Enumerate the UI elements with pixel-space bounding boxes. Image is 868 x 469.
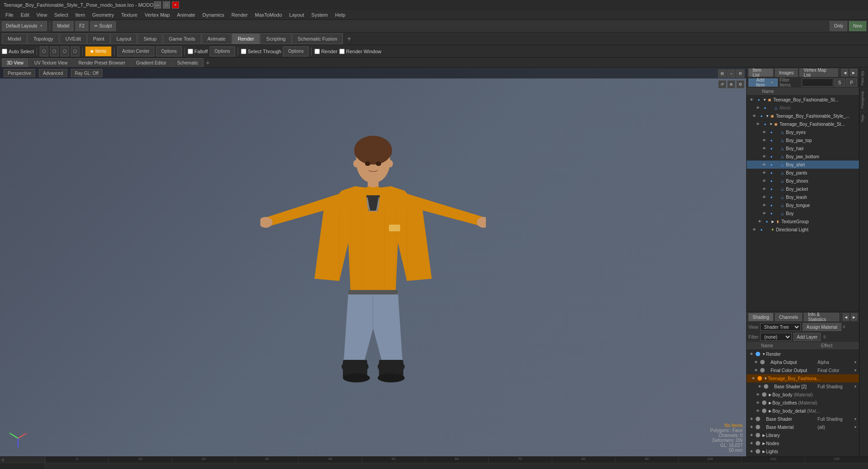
shader-row-13[interactable]: 👁 ▶ Lights xyxy=(747,447,859,455)
menu-render[interactable]: Render xyxy=(228,11,251,18)
subtab-3dview[interactable]: 3D View xyxy=(2,58,28,67)
tab-topology[interactable]: Topology xyxy=(28,33,59,44)
model-btn[interactable]: Model xyxy=(53,21,73,31)
filter-p-btn[interactable]: P xyxy=(846,78,857,87)
options1-btn[interactable]: Options xyxy=(156,46,181,56)
shader-eye-6[interactable]: 👁 xyxy=(755,391,761,398)
tree-row-14[interactable]: 👁 ● △ Boy_tongue xyxy=(747,201,859,209)
tab-model[interactable]: Model xyxy=(2,33,27,44)
viewport-icon-maximize[interactable]: ⊞ xyxy=(718,69,726,78)
shader-eye-3[interactable]: 👁 xyxy=(753,367,759,373)
menu-dynamics[interactable]: Dynamics xyxy=(199,11,228,18)
tree-row-17[interactable]: 👁 ● ☀ Directional Light xyxy=(747,225,859,234)
raygl-btn[interactable]: Ray GL: Off xyxy=(71,69,103,77)
menu-select[interactable]: Select xyxy=(51,11,72,18)
tree-row-5[interactable]: 👁 ● △ Boy_eyes xyxy=(747,128,859,136)
shader-eye-7[interactable]: 👁 xyxy=(755,400,761,406)
tree-row-13[interactable]: 👁 ● △ Boy_leash xyxy=(747,193,859,201)
panel-icon2[interactable]: ▶ xyxy=(850,69,857,76)
f2-btn[interactable]: F2 xyxy=(75,21,89,31)
menu-animate[interactable]: Animate xyxy=(173,11,199,18)
vis-btn-4[interactable]: ● xyxy=(762,121,768,127)
menu-texture[interactable]: Texture xyxy=(118,11,141,18)
assign-material-btn[interactable]: Assign Material xyxy=(803,323,841,331)
eye-btn-10[interactable]: 👁 xyxy=(761,170,767,176)
eye-btn-17[interactable]: 👁 xyxy=(751,226,757,233)
effect-arrow-5[interactable]: ▼ xyxy=(854,385,857,389)
tab-scripting[interactable]: Scripting xyxy=(260,33,291,44)
timeline-track[interactable] xyxy=(0,463,868,469)
tree-row-9[interactable]: 👁 ● △ Boy_shirt xyxy=(747,161,859,169)
shader-row-6[interactable]: 👁 ▶ Boy_body (Material) xyxy=(747,391,859,399)
viewport-icon-settings[interactable]: ⚙ xyxy=(736,69,744,78)
auto-select-checkbox[interactable]: Auto Select xyxy=(2,49,34,54)
eye-btn-3[interactable]: 👁 xyxy=(751,113,757,119)
viewport-icon-zoom[interactable]: ⊕ xyxy=(727,80,735,88)
side-tab-passqty[interactable]: Pass Qty xyxy=(859,68,868,88)
shader-row-4[interactable]: 👁 ▼ Teenage_Boy_Fashiona... xyxy=(747,374,859,382)
eye-btn-6[interactable]: 👁 xyxy=(761,137,767,143)
selectthrough-checkbox[interactable]: Select Through xyxy=(241,49,281,54)
viewport-icon-link[interactable]: ↔ xyxy=(727,69,735,78)
vis-btn-14[interactable]: ● xyxy=(768,202,775,208)
vis-btn-3[interactable]: ● xyxy=(758,113,765,119)
side-tab-tags[interactable]: Tags xyxy=(859,111,868,125)
tab-paint[interactable]: Paint xyxy=(87,33,110,44)
perspective-btn[interactable]: Perspective xyxy=(4,69,35,77)
vis-btn-2[interactable]: ● xyxy=(762,105,768,111)
tree-row-11[interactable]: 👁 ● △ Boy_shoes xyxy=(747,177,859,185)
menu-edit[interactable]: Edit xyxy=(17,11,33,18)
maximize-btn[interactable]: □ xyxy=(163,1,170,9)
shader-eye-11[interactable]: 👁 xyxy=(748,432,755,438)
add-layer-btn[interactable]: Add Layer xyxy=(794,333,821,341)
vis-btn-12[interactable]: ● xyxy=(768,186,775,192)
vis-btn-1[interactable]: ● xyxy=(756,97,762,103)
sculpt-tool4[interactable]: ⬡ xyxy=(71,46,79,56)
eye-btn-1[interactable]: 👁 xyxy=(748,97,755,103)
sculpt-tool1[interactable]: ⬡ xyxy=(40,46,48,56)
filter-s-btn[interactable]: S xyxy=(834,78,845,87)
menu-geometry[interactable]: Geometry xyxy=(88,11,117,18)
vertexmaplist-tab[interactable]: Vertex Map List xyxy=(799,69,838,77)
new-btn[interactable]: New xyxy=(849,21,866,31)
tree-row-16[interactable]: 👁 ● ▶ ⧫ TextureGroup xyxy=(747,217,859,225)
advanced-btn[interactable]: Advanced xyxy=(39,69,67,77)
tree-row-2[interactable]: 👁 ● △ Mesh xyxy=(747,104,859,112)
vis-btn-10[interactable]: ● xyxy=(768,170,775,176)
tree-row-3[interactable]: 👁 ● ▼ ▣ Teenage_Boy_Fashionable_Style_..… xyxy=(747,112,859,120)
filter-select[interactable]: (none) xyxy=(760,333,792,341)
tree-row-6[interactable]: 👁 ● △ Boy_jaw_top xyxy=(747,136,859,144)
info-stats-tab[interactable]: Info & Statistics xyxy=(804,313,839,321)
eye-btn-8[interactable]: 👁 xyxy=(761,153,767,160)
tree-row-10[interactable]: 👁 ● △ Boy_pants xyxy=(747,169,859,177)
menu-maxtomodo[interactable]: MaxToModo xyxy=(251,11,286,18)
subtab-renderpresetbrowser[interactable]: Render Preset Browser xyxy=(74,58,130,67)
sculpt-tool2[interactable]: ⬡ xyxy=(50,46,59,56)
shader-row-11[interactable]: 👁 ▶ Library xyxy=(747,431,859,439)
tree-row-8[interactable]: 👁 ● △ Boy_jaw_bottom xyxy=(747,152,859,161)
shader-eye-5[interactable]: 👁 xyxy=(757,383,763,390)
vis-btn-16[interactable]: ● xyxy=(764,218,770,225)
effect-arrow-9[interactable]: ▼ xyxy=(854,417,857,421)
menu-item[interactable]: Item xyxy=(72,11,88,18)
options3-btn[interactable]: Options xyxy=(283,46,308,56)
viewport-icon-gear[interactable]: ⚙ xyxy=(736,80,744,88)
menu-file[interactable]: File xyxy=(2,11,17,18)
tree-row-7[interactable]: 👁 ● △ Boy_hair xyxy=(747,144,859,152)
tree-row-1[interactable]: 👁 ● ▼ ▣ Teenage_Boy_Fashionable_St... xyxy=(747,96,859,104)
shader-row-9[interactable]: 👁 Base Shader Full Shading ▼ xyxy=(747,415,859,423)
falloff-checkbox[interactable]: Falloff xyxy=(188,49,208,54)
tab-gametools[interactable]: Game Tools xyxy=(163,33,201,44)
add-tab-btn[interactable]: + xyxy=(343,34,355,44)
add-subtab-btn[interactable]: + xyxy=(204,59,212,66)
images-tab[interactable]: Images xyxy=(775,69,798,77)
menu-layout[interactable]: Layout xyxy=(286,11,308,18)
shading-icon2[interactable]: ▶ xyxy=(851,313,857,321)
eye-btn-11[interactable]: 👁 xyxy=(761,178,767,184)
vis-btn-5[interactable]: ● xyxy=(768,129,775,135)
tab-uvedit[interactable]: UVEdit xyxy=(60,33,87,44)
eye-btn-12[interactable]: 👁 xyxy=(761,186,767,192)
shader-row-14[interactable]: 👁 ▶ Environments xyxy=(747,455,859,456)
shader-eye-13[interactable]: 👁 xyxy=(748,448,755,455)
add-item-btn[interactable]: Add Item ▼ xyxy=(748,78,778,87)
